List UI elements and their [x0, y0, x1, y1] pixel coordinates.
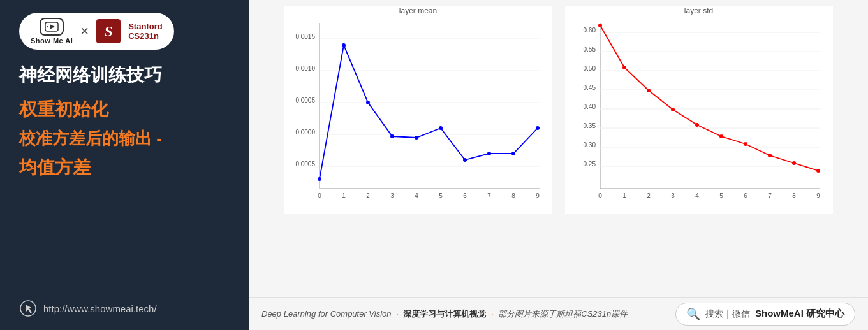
svg-text:0.0005: 0.0005 [295, 97, 315, 104]
svg-text:0.25: 0.25 [583, 161, 596, 168]
search-icon: 🔍 [686, 307, 700, 321]
svg-text:5: 5 [719, 192, 723, 199]
svg-point-71 [768, 154, 772, 157]
url-row: http://www.showmeai.tech/ [19, 299, 230, 317]
bottom-sep1: · [396, 309, 399, 319]
chart-layer-std: layer std 0.60 0.55 0.50 0.45 0.40 0.35 … [565, 6, 833, 214]
search-label: 搜索｜微信 [705, 308, 750, 320]
svg-point-66 [647, 89, 651, 92]
svg-point-30 [415, 136, 418, 140]
svg-point-31 [439, 126, 443, 130]
svg-point-27 [342, 43, 346, 47]
svg-text:6: 6 [463, 192, 467, 199]
svg-text:0.50: 0.50 [583, 65, 596, 72]
svg-text:2: 2 [366, 192, 370, 199]
left-panel: Show Me AI × S Stanford CS231n 神经网络训练技巧 … [0, 0, 249, 330]
svg-point-34 [511, 152, 515, 155]
svg-text:7: 7 [768, 192, 772, 199]
svg-point-35 [536, 126, 540, 130]
svg-text:4: 4 [695, 192, 699, 199]
showme-text: Show Me AI [31, 37, 73, 45]
stanford-text: Stanford CS231n [128, 22, 162, 41]
charts-area: layer mean 0.0015 0.0010 0.0005 0.0000 −… [249, 0, 868, 297]
svg-text:−0.0005: −0.0005 [291, 161, 315, 168]
svg-text:8: 8 [792, 192, 796, 199]
svg-point-29 [390, 134, 394, 138]
bottom-part3: 部分图片来源于斯坦福CS231n课件 [498, 309, 628, 319]
title-weight-init: 权重初始化 [19, 98, 230, 121]
svg-point-64 [598, 24, 602, 27]
stanford-s-logo: S [96, 19, 121, 43]
svg-text:4: 4 [415, 192, 418, 199]
svg-point-70 [744, 142, 747, 146]
svg-text:6: 6 [744, 192, 747, 199]
svg-text:0.0000: 0.0000 [295, 129, 315, 136]
stanford-line1: Stanford [128, 22, 162, 31]
bottom-part2: 深度学习与计算机视觉 [403, 309, 486, 319]
logo-bar: Show Me AI × S Stanford CS231n [19, 13, 174, 50]
svg-point-67 [671, 108, 675, 111]
svg-text:9: 9 [536, 192, 540, 199]
svg-text:3: 3 [390, 192, 394, 199]
svg-point-32 [463, 158, 467, 162]
bottom-sep2: · [491, 309, 494, 319]
svg-text:1: 1 [622, 192, 626, 199]
url-text[interactable]: http://www.showmeai.tech/ [43, 303, 157, 314]
showme-icon [40, 18, 64, 36]
bottom-part1: Deep Learning for Computer Vision [261, 309, 392, 319]
svg-text:9: 9 [816, 192, 820, 199]
svg-text:8: 8 [511, 192, 515, 199]
title-mean-var: 均值方差 [19, 156, 230, 179]
stanford-line2: CS231n [128, 31, 162, 41]
svg-point-33 [487, 152, 491, 155]
search-name: ShowMeAI 研究中心 [755, 308, 844, 320]
svg-text:0.30: 0.30 [583, 141, 596, 148]
right-panel: layer mean 0.0015 0.0010 0.0005 0.0000 −… [249, 0, 868, 330]
title-main: 神经网络训练技巧 [19, 64, 230, 87]
svg-text:0.45: 0.45 [583, 84, 596, 91]
svg-text:7: 7 [487, 192, 491, 199]
chart-layer-mean: layer mean 0.0015 0.0010 0.0005 0.0000 −… [284, 6, 552, 214]
svg-point-28 [366, 101, 370, 104]
svg-text:0.0010: 0.0010 [295, 65, 315, 72]
svg-text:5: 5 [439, 192, 443, 199]
search-badge[interactable]: 🔍 搜索｜微信 ShowMeAI 研究中心 [675, 303, 855, 326]
chart2-title: layer std [684, 6, 713, 15]
chart1-title: layer mean [399, 6, 437, 15]
svg-point-68 [695, 123, 699, 127]
svg-text:0.40: 0.40 [583, 103, 596, 110]
svg-text:0.55: 0.55 [583, 46, 596, 53]
stanford-logo-group: S Stanford CS231n [96, 19, 162, 43]
svg-text:0: 0 [598, 192, 602, 199]
showme-logo: Show Me AI [31, 18, 73, 45]
svg-text:0.0015: 0.0015 [295, 33, 315, 40]
bottom-bar: Deep Learning for Computer Vision · 深度学习… [249, 297, 868, 330]
svg-point-65 [622, 66, 626, 69]
svg-point-26 [318, 177, 321, 181]
svg-marker-1 [50, 24, 55, 29]
title-calibrate: 校准方差后的输出 - [19, 128, 230, 150]
svg-text:0: 0 [318, 192, 321, 199]
svg-text:1: 1 [342, 192, 346, 199]
svg-text:3: 3 [671, 192, 675, 199]
svg-rect-2 [47, 26, 48, 27]
svg-point-69 [719, 134, 723, 138]
cross-sign: × [80, 23, 89, 39]
svg-text:0.35: 0.35 [583, 122, 596, 129]
svg-point-73 [816, 169, 820, 173]
svg-text:2: 2 [647, 192, 651, 199]
bottom-description: Deep Learning for Computer Vision · 深度学习… [261, 308, 628, 320]
cursor-icon [19, 299, 37, 317]
svg-point-72 [792, 161, 796, 165]
svg-text:0.60: 0.60 [583, 27, 596, 34]
